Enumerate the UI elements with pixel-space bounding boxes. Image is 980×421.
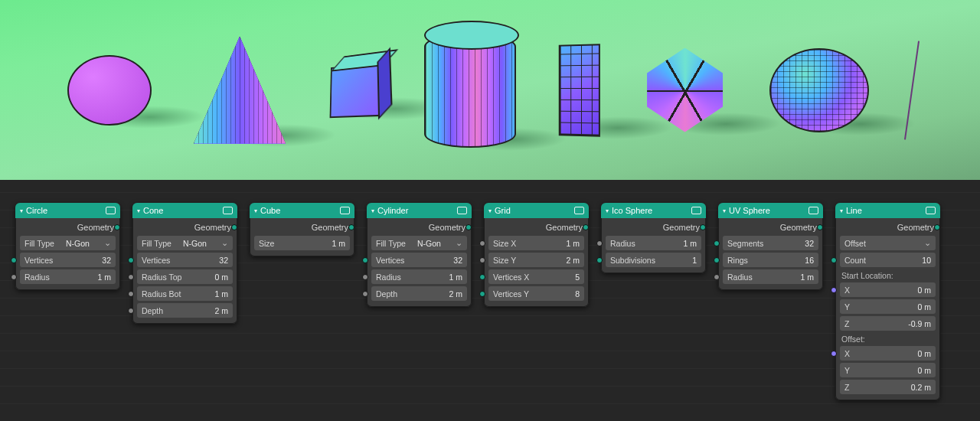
node-header[interactable]: ▾ Cone (132, 203, 237, 218)
node-line[interactable]: ▾ Line Geometry Offset Count10 Start Loc… (835, 203, 940, 400)
prop-start-y[interactable]: Y0 m (840, 299, 936, 314)
prop-size-x[interactable]: Size X1 m (488, 236, 584, 250)
prop-mode[interactable]: Offset (840, 236, 936, 250)
preview-icon[interactable] (574, 207, 584, 214)
prop-depth[interactable]: Depth2 m (371, 286, 467, 301)
node-editor[interactable]: ▾ Circle Geometry Fill TypeN-Gon Vertice… (0, 180, 980, 421)
prop-radius[interactable]: Radius1 m (20, 269, 116, 284)
preview-icon[interactable] (808, 207, 818, 214)
socket-in[interactable] (128, 291, 134, 297)
collapse-icon[interactable]: ▾ (488, 207, 492, 214)
node-circle[interactable]: ▾ Circle Geometry Fill TypeN-Gon Vertice… (15, 203, 120, 290)
collapse-icon[interactable]: ▾ (606, 207, 609, 214)
collapse-icon[interactable]: ▾ (254, 207, 257, 214)
collapse-icon[interactable]: ▾ (371, 207, 374, 214)
prop-subdivisions[interactable]: Subdivisions1 (606, 253, 701, 267)
node-uv-sphere[interactable]: ▾ UV Sphere Geometry Segments32 Rings16 … (718, 203, 823, 290)
socket-in[interactable] (714, 240, 720, 246)
prop-depth[interactable]: Depth2 m (137, 303, 233, 318)
preview-icon[interactable] (223, 207, 233, 214)
socket-in[interactable] (479, 240, 485, 246)
node-header[interactable]: ▾ Circle (15, 203, 120, 218)
prop-fill-type[interactable]: Fill TypeN-Gon (371, 236, 467, 250)
socket-in[interactable] (831, 351, 837, 357)
node-ico-sphere[interactable]: ▾ Ico Sphere Geometry Radius1 m Subdivis… (601, 203, 706, 273)
preview-icon[interactable] (457, 207, 467, 214)
socket-in[interactable] (479, 291, 485, 297)
prop-segments[interactable]: Segments32 (723, 236, 818, 250)
socket-in[interactable] (128, 257, 134, 263)
socket-in[interactable] (128, 308, 134, 314)
socket-in[interactable] (831, 287, 837, 293)
prop-vertices[interactable]: Vertices32 (137, 253, 233, 267)
socket-out-geometry[interactable] (817, 224, 823, 230)
prop-rings[interactable]: Rings16 (723, 253, 818, 267)
socket-out-geometry[interactable] (348, 224, 354, 230)
prop-count[interactable]: Count10 (840, 253, 936, 267)
socket-in[interactable] (362, 274, 368, 280)
socket-in[interactable] (714, 257, 720, 263)
socket-in[interactable] (596, 240, 603, 246)
node-grid[interactable]: ▾ Grid Geometry Size X1 m Size Y2 m Vert… (484, 203, 589, 307)
node-header[interactable]: ▾ UV Sphere (718, 203, 823, 218)
socket-in[interactable] (479, 274, 485, 280)
output-geometry: Geometry (77, 223, 114, 232)
prop-radius-bot[interactable]: Radius Bot1 m (137, 286, 233, 301)
prop-fill-type[interactable]: Fill TypeN-Gon (137, 236, 233, 250)
prop-vertices[interactable]: Vertices32 (371, 253, 467, 267)
prop-vertices-x[interactable]: Vertices X5 (488, 269, 584, 284)
prop-size-y[interactable]: Size Y2 m (488, 253, 584, 267)
socket-in[interactable] (128, 274, 134, 280)
node-cylinder[interactable]: ▾ Cylinder Geometry Fill TypeN-Gon Verti… (367, 203, 472, 307)
collapse-icon[interactable]: ▾ (20, 207, 23, 214)
socket-out-geometry[interactable] (231, 224, 237, 230)
socket-out-geometry[interactable] (114, 224, 120, 230)
node-header[interactable]: ▾ Grid (484, 203, 589, 218)
primitive-circle (67, 55, 152, 126)
preview-icon[interactable] (340, 207, 350, 214)
output-geometry: Geometry (312, 223, 348, 232)
node-header[interactable]: ▾ Line (835, 203, 940, 218)
node-header[interactable]: ▾ Ico Sphere (601, 203, 706, 218)
prop-fill-type[interactable]: Fill TypeN-Gon (20, 236, 116, 250)
socket-in[interactable] (596, 257, 603, 263)
node-cube[interactable]: ▾ Cube Geometry Size1 m (250, 203, 354, 256)
prop-radius[interactable]: Radius1 m (371, 269, 467, 284)
output-geometry: Geometry (546, 223, 583, 232)
socket-in[interactable] (714, 274, 720, 280)
socket-out-geometry[interactable] (466, 224, 472, 230)
collapse-icon[interactable]: ▾ (840, 207, 843, 214)
prop-offset-x[interactable]: X0 m (840, 346, 936, 361)
node-title: Cube (260, 206, 337, 215)
prop-start-z[interactable]: Z-0.9 m (840, 316, 936, 331)
socket-in[interactable] (11, 257, 17, 263)
prop-vertices[interactable]: Vertices32 (20, 253, 116, 267)
socket-out-geometry[interactable] (934, 224, 940, 230)
socket-in[interactable] (362, 291, 368, 297)
prop-start-x[interactable]: X0 m (840, 282, 936, 297)
viewport[interactable] (0, 0, 980, 180)
collapse-icon[interactable]: ▾ (137, 207, 140, 214)
socket-in[interactable] (831, 257, 837, 263)
prop-offset-y[interactable]: Y0 m (840, 363, 936, 377)
prop-offset-z[interactable]: Z0.2 m (840, 380, 936, 394)
collapse-icon[interactable]: ▾ (723, 207, 726, 214)
node-header[interactable]: ▾ Cube (250, 203, 354, 218)
socket-in[interactable] (11, 274, 17, 280)
socket-out-geometry[interactable] (583, 224, 589, 230)
socket-in[interactable] (362, 257, 368, 263)
preview-icon[interactable] (926, 207, 936, 214)
preview-icon[interactable] (106, 207, 116, 214)
prop-vertices-y[interactable]: Vertices Y8 (488, 286, 584, 301)
prop-size[interactable]: Size1 m (254, 236, 350, 250)
socket-out-geometry[interactable] (700, 224, 706, 230)
socket-in[interactable] (479, 257, 485, 263)
node-header[interactable]: ▾ Cylinder (367, 203, 472, 218)
prop-radius[interactable]: Radius1 m (606, 236, 701, 250)
preview-icon[interactable] (691, 207, 701, 214)
prop-radius-top[interactable]: Radius Top0 m (137, 269, 233, 284)
node-title: Cylinder (377, 206, 454, 215)
prop-radius[interactable]: Radius1 m (723, 269, 818, 284)
primitive-line (911, 41, 913, 140)
node-cone[interactable]: ▾ Cone Geometry Fill TypeN-Gon Vertices3… (132, 203, 237, 324)
